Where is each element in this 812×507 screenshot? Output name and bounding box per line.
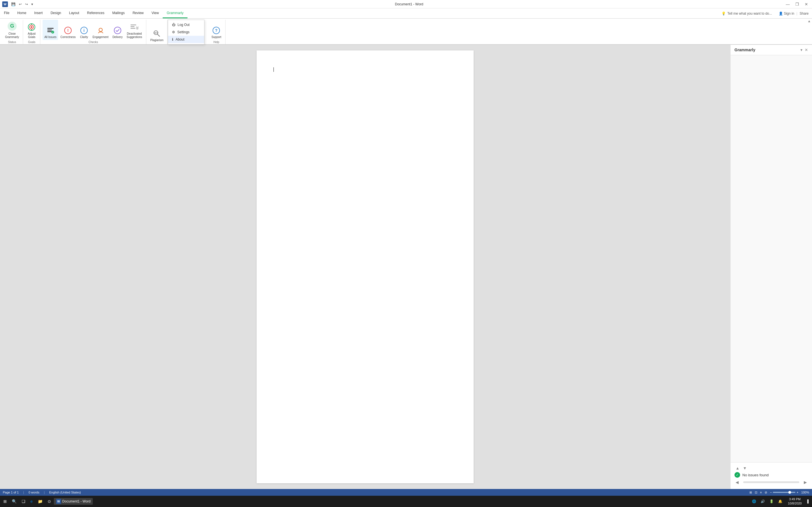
settings-label: Settings bbox=[177, 30, 190, 34]
ribbon-collapse-btn[interactable]: ▲ bbox=[808, 19, 811, 23]
clock-time: 3:49 PM bbox=[788, 497, 802, 501]
read-mode-btn[interactable]: ≡ bbox=[760, 491, 762, 494]
taskbar-right: 🌐 🔊 🔋 🔔 3:49 PM 10/8/2020 ▌ bbox=[751, 497, 811, 506]
correctness-icon: ! bbox=[63, 26, 72, 35]
panel-scroll-bar: ◀ ▶ bbox=[734, 480, 808, 486]
restore-btn[interactable]: ❐ bbox=[794, 1, 801, 7]
settings-item[interactable]: ⚙ Settings bbox=[168, 29, 204, 36]
panel-bottom-nav: ▲ ▼ bbox=[734, 465, 808, 471]
network-icon[interactable]: 🌐 bbox=[751, 499, 757, 503]
print-layout-btn[interactable]: ⊞ bbox=[749, 491, 752, 494]
close-btn[interactable]: ✕ bbox=[803, 1, 810, 7]
all-issues-btn[interactable]: ✓ All Issues bbox=[43, 20, 58, 40]
logout-label: Log Out bbox=[177, 23, 190, 27]
clarity-btn[interactable]: i Clarity bbox=[78, 20, 90, 40]
correctness-label: Correctness bbox=[60, 36, 75, 39]
notifications-icon[interactable]: 🔔 bbox=[777, 499, 783, 503]
logout-item[interactable]: ⏻ Log Out bbox=[168, 21, 204, 29]
share-btn[interactable]: Share bbox=[800, 11, 809, 15]
battery-icon[interactable]: 🔋 bbox=[768, 499, 775, 503]
status-group-label: Status bbox=[3, 40, 20, 44]
edge-btn[interactable]: e bbox=[28, 498, 35, 505]
close-grammarly-btn[interactable]: G CloseGrammarly bbox=[3, 20, 20, 40]
zoom-out-btn[interactable]: − bbox=[770, 491, 772, 494]
language-status[interactable]: English (United States) bbox=[49, 491, 81, 494]
zoom-percent[interactable]: 100% bbox=[801, 491, 809, 494]
grammarly-panel-title: Grammarly bbox=[734, 48, 755, 52]
customize-qat-btn[interactable]: ▾ bbox=[30, 2, 34, 7]
start-btn[interactable]: ⊞ bbox=[1, 498, 9, 505]
adjust-goals-label: AdjustGoals bbox=[28, 32, 36, 39]
explorer-btn[interactable]: 📁 bbox=[36, 498, 45, 505]
tab-design[interactable]: Design bbox=[47, 8, 65, 18]
support-btn[interactable]: ? Support bbox=[210, 20, 223, 40]
chrome-btn[interactable]: ⊙ bbox=[45, 498, 53, 505]
taskbar-clock[interactable]: 3:49 PM 10/8/2020 bbox=[786, 497, 804, 506]
correctness-svg: ! bbox=[64, 26, 72, 34]
tab-insert[interactable]: Insert bbox=[30, 8, 47, 18]
taskbar: ⊞ 🔍 ❑ e 📁 ⊙ W Document1 - Word 🌐 🔊 🔋 🔔 3… bbox=[0, 496, 812, 507]
tab-home[interactable]: Home bbox=[13, 8, 30, 18]
panel-up-btn[interactable]: ▲ bbox=[734, 465, 741, 471]
engagement-btn[interactable]: Engagement bbox=[91, 20, 110, 40]
tab-references[interactable]: References bbox=[83, 8, 108, 18]
minimize-btn[interactable]: — bbox=[784, 1, 792, 7]
svg-text:i: i bbox=[84, 28, 85, 33]
ribbon-group-goals: AdjustGoals Goals bbox=[23, 20, 40, 44]
document-page[interactable] bbox=[257, 50, 474, 483]
word-taskbar-btn[interactable]: W Document1 - Word bbox=[54, 498, 93, 505]
sign-in-btn[interactable]: 👤 Sign in bbox=[779, 11, 794, 15]
status-buttons: G CloseGrammarly bbox=[3, 20, 20, 40]
goals-buttons: AdjustGoals bbox=[26, 20, 38, 40]
close-grammarly-label: CloseGrammarly bbox=[5, 32, 19, 39]
correctness-btn[interactable]: ! Correctness bbox=[59, 20, 77, 40]
panel-left-btn[interactable]: ◀ bbox=[734, 480, 740, 485]
word-taskbar-label: Document1 - Word bbox=[62, 499, 91, 503]
adjust-goals-btn[interactable]: AdjustGoals bbox=[26, 20, 38, 40]
svg-point-16 bbox=[99, 28, 102, 32]
checks-buttons: ✓ All Issues ! Correctness bbox=[43, 20, 144, 40]
panel-down-btn[interactable]: ▼ bbox=[742, 465, 748, 471]
zoom-in-btn[interactable]: + bbox=[797, 491, 798, 494]
doc-area[interactable] bbox=[0, 45, 730, 489]
ribbon-search[interactable]: 💡 Tell me what you want to do... bbox=[718, 8, 775, 18]
panel-collapse-btn[interactable]: ▾ bbox=[801, 48, 802, 52]
plagiarism-btn[interactable]: OFF Plagiarism bbox=[149, 23, 165, 43]
panel-close-btn[interactable]: ✕ bbox=[805, 48, 808, 52]
goals-group-label: Goals bbox=[26, 40, 38, 44]
tab-layout[interactable]: Layout bbox=[65, 8, 83, 18]
deactivated-label: DeactivatedSuggestions bbox=[126, 32, 142, 39]
ribbon-group-help: ? Support Help bbox=[207, 20, 225, 44]
panel-right-btn[interactable]: ▶ bbox=[803, 480, 808, 485]
zoom-slider[interactable]: − + bbox=[770, 491, 799, 494]
plagiarism-label: Plagiarism bbox=[150, 39, 163, 42]
focus-btn[interactable]: ⊘ bbox=[765, 491, 767, 494]
about-item[interactable]: ℹ About bbox=[168, 36, 204, 43]
taskview-btn[interactable]: ❑ bbox=[19, 498, 28, 505]
show-desktop-btn[interactable]: ▌ bbox=[806, 499, 811, 503]
search-icon: 💡 bbox=[721, 11, 726, 15]
ribbon-group-status: G CloseGrammarly Status bbox=[1, 20, 23, 44]
tab-mailings[interactable]: Mailings bbox=[108, 8, 129, 18]
deactivated-suggestions-btn[interactable]: DeactivatedSuggestions bbox=[125, 20, 144, 40]
close-grammarly-icon: G bbox=[6, 21, 18, 32]
zoom-track[interactable] bbox=[773, 492, 795, 493]
deactivated-svg bbox=[130, 23, 139, 31]
svg-point-4 bbox=[31, 26, 33, 28]
tab-file[interactable]: File bbox=[0, 8, 13, 18]
search-btn[interactable]: 🔍 bbox=[10, 498, 19, 505]
delivery-btn[interactable]: Delivery bbox=[111, 20, 124, 40]
web-layout-btn[interactable]: ⊡ bbox=[755, 491, 757, 494]
panel-scrollbar-track[interactable] bbox=[743, 482, 799, 483]
undo-qat-btn[interactable]: ↩ bbox=[18, 2, 23, 7]
page-status[interactable]: Page 1 of 1 bbox=[3, 491, 18, 494]
sound-icon[interactable]: 🔊 bbox=[760, 499, 766, 503]
words-status[interactable]: 0 words bbox=[29, 491, 40, 494]
tab-grammarly[interactable]: Grammarly bbox=[163, 8, 187, 18]
tab-review[interactable]: Review bbox=[129, 8, 147, 18]
search-text: Tell me what you want to do... bbox=[727, 11, 772, 15]
redo-qat-btn[interactable]: ↪ bbox=[24, 2, 29, 7]
svg-rect-8 bbox=[47, 30, 52, 31]
tab-view[interactable]: View bbox=[148, 8, 163, 18]
save-qat-btn[interactable]: 💾 bbox=[10, 2, 17, 7]
